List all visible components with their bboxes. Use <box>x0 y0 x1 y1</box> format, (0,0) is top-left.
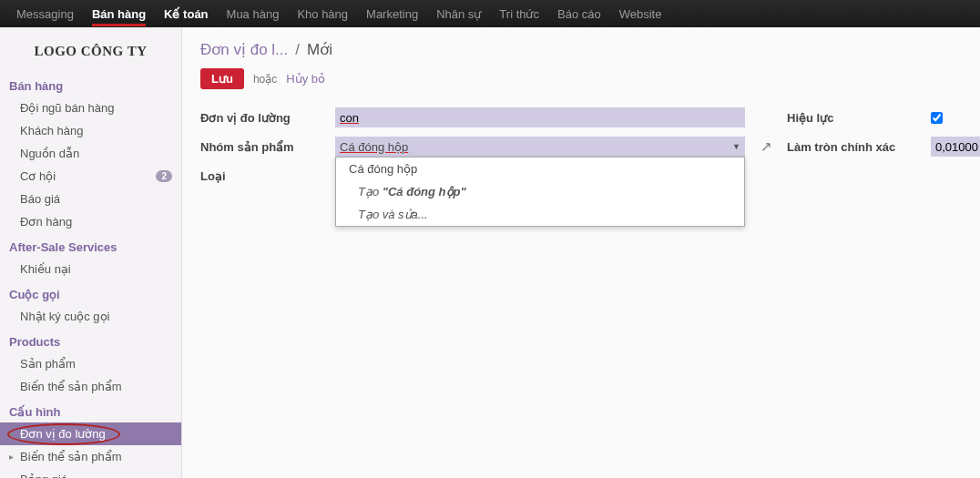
sidebar-item[interactable]: Đơn vị đo lường <box>0 422 181 445</box>
group-value: Cá đóng hộp <box>340 140 408 154</box>
topnav-item-4[interactable]: Kho hàng <box>288 0 357 27</box>
type-label: Loại <box>200 169 328 183</box>
sidebar-item[interactable]: Nhật ký cuộc gọi <box>0 305 181 328</box>
badge: 2 <box>156 170 172 182</box>
sidebar-item[interactable]: Khiếu nại <box>0 258 181 280</box>
breadcrumb: Đơn vị đo l... / Mới <box>200 35 962 68</box>
topnav-item-1[interactable]: Bán hàng <box>83 0 155 27</box>
rounding-input[interactable] <box>931 137 980 157</box>
sidebar-section-0: Bán hàng <box>0 72 181 97</box>
sidebar-item-label: Khiếu nại <box>20 262 71 276</box>
discard-link[interactable]: Hủy bỏ <box>286 72 325 86</box>
sidebar: LOGO CÔNG TY Bán hàngĐội ngũ bán hàngKhá… <box>0 27 182 478</box>
sidebar-item[interactable]: Khách hàng <box>0 119 181 142</box>
sidebar-item[interactable]: Đội ngũ bán hàng <box>0 97 181 119</box>
sidebar-item-label: Biến thể sản phẩm <box>20 380 122 393</box>
sidebar-item[interactable]: Nguồn dẫn <box>0 142 181 165</box>
group-dropdown: Cá đóng hộp Tạo "Cá đóng hộp" Tạo và sửa… <box>335 157 745 227</box>
topnav-item-3[interactable]: Mua hàng <box>218 0 289 27</box>
rounding-label: Làm tròn chính xác <box>787 140 924 154</box>
topnav-item-7[interactable]: Tri thức <box>490 0 548 27</box>
sidebar-item[interactable]: Đơn hàng <box>0 210 181 233</box>
breadcrumb-parent[interactable]: Đơn vị đo l... <box>200 40 288 59</box>
top-nav: MessagingBán hàngKế toánMua hàngKho hàng… <box>0 0 980 27</box>
topnav-item-2[interactable]: Kế toán <box>155 0 217 27</box>
topnav-item-8[interactable]: Báo cáo <box>548 0 610 27</box>
chevron-down-icon: ▼ <box>732 142 740 151</box>
group-select[interactable]: Cá đóng hộp ▼ Cá đóng hộp Tạo "Cá đóng h… <box>335 137 745 157</box>
sidebar-item[interactable]: Biến thể sản phẩm <box>0 375 181 398</box>
action-bar: Lưu hoặc Hủy bỏ <box>200 68 962 89</box>
sidebar-item-label: Biến thể sản phẩm <box>20 450 122 463</box>
uom-label: Đơn vị đo lường <box>200 111 328 125</box>
topnav-item-0[interactable]: Messaging <box>7 0 83 27</box>
or-label: hoặc <box>253 73 277 86</box>
sidebar-item[interactable]: Báo giá <box>0 188 181 210</box>
form: Đơn vị đo lường Hiệu lực Nhóm sản phẩm C… <box>200 107 962 186</box>
main-content: Đơn vị đo l... / Mới Lưu hoặc Hủy bỏ Đơn… <box>182 27 980 478</box>
dropdown-option[interactable]: Cá đóng hộp <box>336 158 744 180</box>
sidebar-item-label: Báo giá <box>20 192 60 206</box>
dropdown-create-edit[interactable]: Tạo và sửa... <box>336 203 744 226</box>
sidebar-item-label: Nguồn dẫn <box>20 147 79 160</box>
save-button[interactable]: Lưu <box>200 68 244 89</box>
breadcrumb-current: Mới <box>307 40 332 59</box>
company-logo: LOGO CÔNG TY <box>0 27 181 72</box>
sidebar-item-label: Cơ hội <box>20 169 56 183</box>
active-checkbox[interactable] <box>931 112 943 124</box>
dropdown-create[interactable]: Tạo "Cá đóng hộp" <box>336 180 744 203</box>
sidebar-item[interactable]: Bảng giá <box>0 468 181 478</box>
sidebar-item-label: Bảng giá <box>20 473 67 478</box>
sidebar-section-4: Cấu hình <box>0 398 181 422</box>
breadcrumb-sep: / <box>295 41 300 59</box>
topnav-item-9[interactable]: Website <box>610 0 671 27</box>
create-value: "Cá đóng hộp" <box>383 185 466 198</box>
sidebar-item[interactable]: Cơ hội2 <box>0 165 181 188</box>
topnav-item-6[interactable]: Nhân sự <box>427 0 490 27</box>
sidebar-section-2: Cuộc gọi <box>0 280 181 305</box>
active-label: Hiệu lực <box>787 111 924 125</box>
sidebar-section-1: After-Sale Services <box>0 233 181 258</box>
sidebar-item[interactable]: Sản phẩm <box>0 352 181 375</box>
sidebar-item-label: Nhật ký cuộc gọi <box>20 310 109 323</box>
create-prefix: Tạo <box>358 185 383 198</box>
external-link-icon[interactable]: ↗ <box>752 138 780 155</box>
sidebar-item[interactable]: Biến thể sản phẩm <box>0 445 181 468</box>
sidebar-item-label: Sản phẩm <box>20 357 76 371</box>
sidebar-item-label: Khách hàng <box>20 124 83 137</box>
sidebar-item-label: Đơn vị đo lường <box>20 427 106 441</box>
sidebar-item-label: Đơn hàng <box>20 215 72 229</box>
sidebar-section-3: Products <box>0 328 181 352</box>
group-label: Nhóm sản phẩm <box>200 140 328 154</box>
topnav-item-5[interactable]: Marketing <box>357 0 427 27</box>
uom-input[interactable] <box>335 107 745 127</box>
sidebar-item-label: Đội ngũ bán hàng <box>20 101 114 115</box>
